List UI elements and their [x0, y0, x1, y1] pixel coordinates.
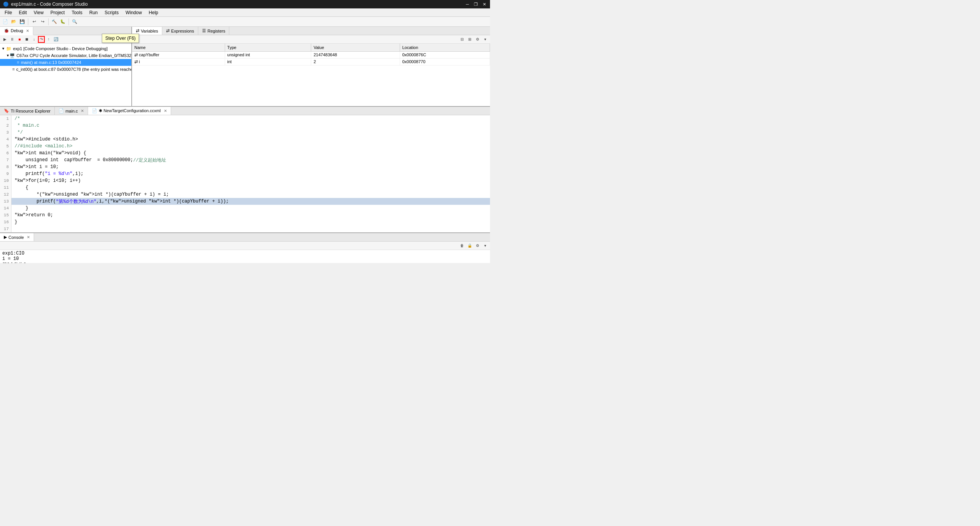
var-collapse-btn[interactable]: ⊟	[459, 36, 466, 43]
toolbar-new[interactable]: 📄	[2, 18, 9, 26]
line-content-10: "kw">for(i=0; i<10; i++)	[11, 177, 490, 184]
tab-registers[interactable]: ☰ Registers	[198, 27, 229, 35]
tree-icon-3: =	[12, 67, 15, 72]
console-tab[interactable]: ▶ Console ✕	[0, 233, 34, 241]
editor-tab-bar: 🔖 TI Resource Explorer 📄 main.c ✕ 📄 ✱ Ne…	[0, 107, 490, 115]
stop-button[interactable]: ■	[16, 36, 23, 43]
line-number-14: 14	[0, 205, 11, 212]
debug-tree: ▼ 📁 exp1 [Code Composer Studio - Device …	[0, 44, 131, 74]
line-number-8: 8	[0, 163, 11, 170]
menu-edit[interactable]: Edit	[16, 8, 30, 16]
tab-new-target-config[interactable]: 📄 ✱ NewTargetConfiguration.ccxml ✕	[88, 107, 171, 115]
line-content-6: "kw">int main("kw">void) {	[11, 150, 490, 157]
line-number-7: 7	[0, 157, 11, 163]
var-panel-toolbar: ⊟ ⊞ ⚙ ▾	[132, 35, 490, 44]
code-line-1: 1/*	[0, 115, 490, 122]
col-value: Value	[311, 44, 400, 51]
toolbar-sep2	[48, 18, 49, 25]
app-icon: 🔵	[3, 2, 9, 7]
var-location-1: 0x00008770	[400, 58, 490, 65]
step-into-button[interactable]: ↓	[31, 36, 38, 43]
line-content-17	[11, 225, 490, 232]
console-settings-btn[interactable]: ⚙	[474, 242, 481, 249]
menu-tools[interactable]: Tools	[69, 8, 85, 16]
tab-expressions-icon: ⇄	[166, 28, 170, 33]
console-line-2: 第0个数为0	[2, 261, 488, 263]
console-tab-close[interactable]: ✕	[27, 235, 30, 239]
console-scroll-lock-btn[interactable]: 🔒	[466, 242, 473, 249]
main-container: 🐞 Debug ✕ ▶ ⏸ ■ ⏹ ↓ ↷ ↑ 🔄	[0, 27, 490, 263]
tab-variables[interactable]: ⇄ Variables	[132, 27, 162, 35]
debug-tab[interactable]: 🐞 Debug ✕	[0, 27, 33, 35]
disconnect-button[interactable]: ⏹	[23, 36, 30, 43]
menu-file[interactable]: File	[2, 8, 15, 16]
console-view-menu-btn[interactable]: ▾	[482, 242, 488, 249]
variables-table: Name Type Value Location ⇄ capYbuffer un…	[132, 44, 490, 65]
var-expand-btn[interactable]: ⊞	[466, 36, 473, 43]
restore-button[interactable]: ❐	[473, 2, 479, 7]
tab-expressions-label: Expressions	[171, 29, 194, 33]
console-clear-btn[interactable]: 🗑	[459, 242, 466, 249]
menu-run[interactable]: Run	[86, 8, 101, 16]
line-content-16: }	[11, 219, 490, 225]
tree-arrow-1: ▼	[6, 54, 10, 57]
tab-main-c[interactable]: 📄 main.c ✕	[55, 107, 88, 115]
toolbar-redo[interactable]: ↪	[39, 18, 46, 26]
var-view-menu-btn[interactable]: ▾	[482, 36, 488, 43]
toolbar-debug[interactable]: 🐛	[59, 18, 67, 26]
line-number-15: 15	[0, 212, 11, 219]
line-content-8: "kw">int i = 10;	[11, 163, 490, 170]
line-number-13: 13	[0, 198, 11, 205]
var-name-1: ⇄ i	[132, 58, 225, 65]
restart-button[interactable]: 🔄	[52, 36, 59, 43]
code-line-5: 5//#include <malloc.h>	[0, 143, 490, 150]
console-icon: ▶	[4, 235, 7, 240]
toolbar-open[interactable]: 📂	[10, 18, 18, 26]
line-content-12: *("kw">unsigned "kw">int *)(capYbuffer +…	[11, 191, 490, 198]
line-number-2: 2	[0, 122, 11, 129]
resume-button[interactable]: ▶	[2, 36, 8, 43]
console-line-0: exp1:CIO	[2, 251, 488, 256]
menu-scripts[interactable]: Scripts	[101, 8, 122, 16]
tree-item-2[interactable]: = main() at main.c:13 0x00007424	[0, 59, 131, 66]
close-button[interactable]: ✕	[482, 2, 487, 7]
step-over-button[interactable]: ↷	[38, 36, 45, 43]
tab-expressions[interactable]: ⇄ Expressions	[162, 27, 198, 35]
toolbar-undo[interactable]: ↩	[30, 18, 38, 26]
menu-help[interactable]: Help	[146, 8, 162, 16]
variables-table-container: Name Type Value Location ⇄ capYbuffer un…	[132, 44, 490, 106]
toolbar-save[interactable]: 💾	[18, 18, 26, 26]
toolbar-build[interactable]: 🔨	[51, 18, 58, 26]
tree-label-0: exp1 [Code Composer Studio - Device Debu…	[13, 46, 108, 51]
menu-window[interactable]: Window	[122, 8, 145, 16]
line-content-11: {	[11, 184, 490, 191]
tree-item-0[interactable]: ▼ 📁 exp1 [Code Composer Studio - Device …	[0, 45, 131, 52]
tab-mainc-icon: 📄	[59, 108, 64, 113]
code-line-17: 17	[0, 225, 490, 232]
var-location-0: 0x0000876C	[400, 51, 490, 58]
debug-tab-close[interactable]: ✕	[26, 29, 29, 33]
toolbar-search[interactable]: 🔍	[71, 18, 78, 26]
console-toolbar: 🗑 🔒 ⚙ ▾	[0, 242, 490, 250]
var-row-1: ⇄ i int 2 0x00008770	[132, 58, 490, 65]
menu-view[interactable]: View	[31, 8, 47, 16]
tab-config-close[interactable]: ✕	[164, 109, 167, 113]
debug-tab-icon: 🐞	[4, 28, 9, 33]
menu-project[interactable]: Project	[47, 8, 68, 16]
code-line-15: 15 "kw">return 0;	[0, 212, 490, 219]
tree-item-1[interactable]: ▼ 🖥️ C67xx CPU Cycle Accurate Simulator,…	[0, 52, 131, 59]
code-editor[interactable]: 1/*2 * main.c3 */4"kw">#include <stdio.h…	[0, 115, 490, 232]
debug-toolbar-buttons: ▶ ⏸ ■ ⏹ ↓ ↷ ↑ 🔄	[2, 36, 59, 43]
var-settings-btn[interactable]: ⚙	[474, 36, 481, 43]
title-bar-controls: ─ ❐ ✕	[465, 2, 487, 7]
console-pane: ▶ Console ✕ 🗑 🔒 ⚙ ▾ exp1:CIOi = 10第0个数为0…	[0, 232, 490, 263]
tree-label-1: C67xx CPU Cycle Accurate Simulator, Litt…	[16, 53, 131, 58]
line-number-9: 9	[0, 170, 11, 177]
tab-mainc-close[interactable]: ✕	[81, 109, 84, 113]
step-return-button[interactable]: ↑	[45, 36, 52, 43]
tab-ti-resource-explorer[interactable]: 🔖 TI Resource Explorer	[0, 107, 55, 115]
minimize-button[interactable]: ─	[465, 2, 470, 7]
suspend-button[interactable]: ⏸	[9, 36, 16, 43]
tree-item-3[interactable]: = c_int00() at boot.c:87 0x00007C78 (the…	[0, 66, 131, 73]
console-tab-label: Console	[8, 235, 24, 240]
